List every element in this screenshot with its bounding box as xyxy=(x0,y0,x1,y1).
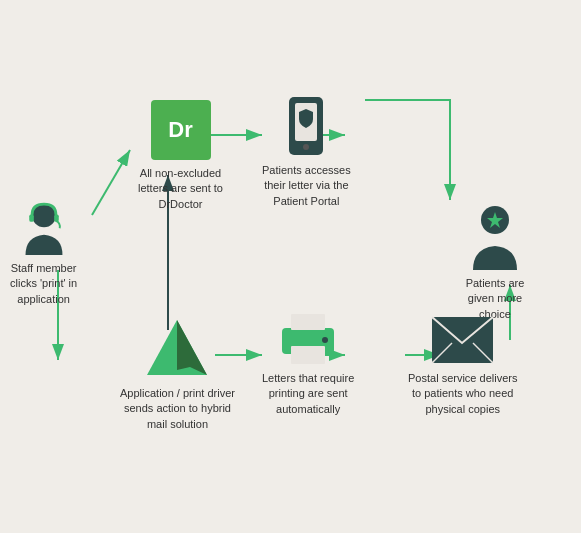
printer-icon xyxy=(277,310,339,365)
patient-choice-node: Patients are given more choice xyxy=(465,200,525,322)
phone-icon xyxy=(287,95,325,157)
printing-node: Letters that require printing are sent a… xyxy=(262,310,354,417)
printing-label: Letters that require printing are sent a… xyxy=(262,371,354,417)
svg-point-25 xyxy=(322,337,328,343)
postal-node: Postal service delivers to patients who … xyxy=(408,315,517,417)
flow-diagram: Staff member clicks 'print' in applicati… xyxy=(0,0,581,533)
patient-portal-node: Patients accesses their letter via the P… xyxy=(262,95,351,209)
staff-node: Staff member clicks 'print' in applicati… xyxy=(10,195,77,307)
svg-line-2 xyxy=(92,150,130,215)
svg-rect-13 xyxy=(29,214,34,221)
svg-rect-24 xyxy=(291,314,325,330)
envelope-icon xyxy=(430,315,495,365)
staff-icon xyxy=(14,195,74,255)
staff-label: Staff member clicks 'print' in applicati… xyxy=(10,261,77,307)
patient-choice-icon xyxy=(465,200,525,270)
drdoctor-node: Dr All non-excluded letters are sent to … xyxy=(138,100,223,212)
svg-marker-21 xyxy=(177,320,207,375)
postal-label: Postal service delivers to patients who … xyxy=(408,371,517,417)
svg-rect-23 xyxy=(291,346,325,364)
drdoctor-label: All non-excluded letters are sent to DrD… xyxy=(138,166,223,212)
pyramid-icon xyxy=(145,315,210,380)
hybrid-mail-label: Application / print driver sends action … xyxy=(120,386,235,432)
dr-logo: Dr xyxy=(151,100,211,160)
svg-point-17 xyxy=(303,144,309,150)
hybrid-mail-node: Application / print driver sends action … xyxy=(120,315,235,432)
patient-portal-label: Patients accesses their letter via the P… xyxy=(262,163,351,209)
